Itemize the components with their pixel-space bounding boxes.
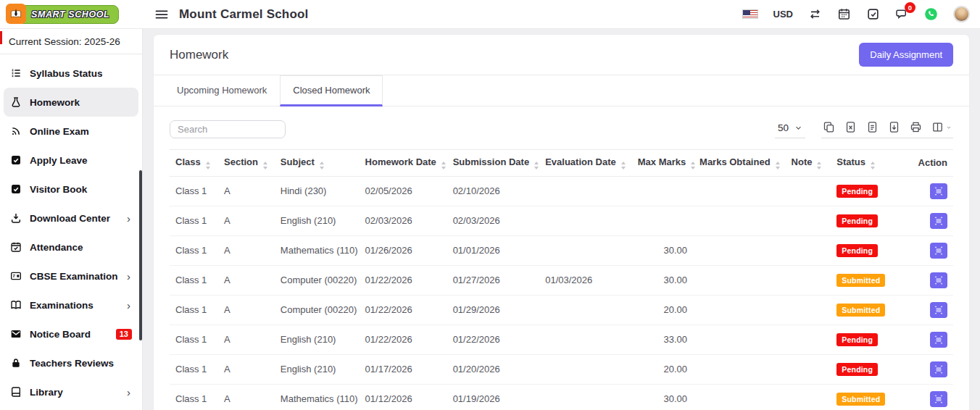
- check-square-icon: [10, 183, 22, 195]
- main-area: Homework Daily Assignment Upcoming Homew…: [143, 29, 980, 410]
- column-header-marks-obtained[interactable]: Marks Obtained: [693, 150, 786, 177]
- cell-status: Submitted: [831, 265, 895, 295]
- column-header-homework-date[interactable]: Homework Date: [360, 150, 447, 177]
- sidebar-item-attendance[interactable]: Attendance: [4, 233, 138, 262]
- column-header-class[interactable]: Class: [170, 150, 218, 177]
- lock-icon: [10, 357, 22, 369]
- column-header-status[interactable]: Status: [831, 150, 895, 177]
- cell-status: Pending: [831, 206, 895, 235]
- cell-max-marks: 30.00: [632, 235, 693, 265]
- sidebar-item-online-exam[interactable]: Online Exam: [4, 117, 138, 146]
- column-header-section[interactable]: Section: [218, 150, 275, 177]
- tab-closed-homework[interactable]: Closed Homework: [280, 75, 383, 106]
- daily-assignment-button[interactable]: Daily Assignment: [859, 43, 953, 67]
- cell-subject: Mathematics (110): [275, 235, 360, 265]
- homework-card: Homework Daily Assignment Upcoming Homew…: [154, 35, 969, 410]
- user-avatar[interactable]: [953, 6, 970, 22]
- sidebar-item-download-center[interactable]: Download Center›: [4, 204, 138, 233]
- row-action-button[interactable]: [930, 302, 947, 318]
- cell-note: [786, 354, 831, 384]
- sidebar-item-library[interactable]: Library›: [4, 377, 138, 406]
- tab-bar: Upcoming Homework Closed Homework: [154, 75, 969, 106]
- sidebar: Current Session: 2025-26 Syllabus Status…: [0, 29, 143, 410]
- cell-section: A: [218, 235, 275, 265]
- menu-toggle-icon[interactable]: [154, 7, 169, 22]
- cell-section: A: [218, 384, 275, 410]
- chevron-right-icon: ›: [127, 271, 132, 282]
- rss-icon: [10, 125, 22, 137]
- cell-evaluation-date: [539, 235, 632, 265]
- school-name: Mount Carmel School: [179, 7, 309, 22]
- cell-status: Submitted: [831, 384, 895, 410]
- cell-marks-obtained: [693, 176, 786, 206]
- search-input[interactable]: [170, 120, 286, 138]
- row-action-button[interactable]: [930, 391, 947, 407]
- language-flag-icon[interactable]: [742, 9, 758, 19]
- sort-icon: [534, 162, 539, 170]
- status-badge: Pending: [836, 363, 878, 376]
- row-action-button[interactable]: [930, 183, 947, 199]
- cell-homework-date: 01/12/2026: [360, 384, 447, 410]
- page-size-select[interactable]: 50: [775, 121, 805, 138]
- current-session: Current Session: 2025-26: [0, 29, 142, 54]
- column-header-subject[interactable]: Subject: [275, 150, 360, 177]
- tab-upcoming-homework[interactable]: Upcoming Homework: [164, 75, 280, 106]
- sidebar-item-apply-leave[interactable]: Apply Leave: [4, 146, 138, 175]
- cell-action: [895, 235, 953, 265]
- sidebar-item-examinations[interactable]: Examinations›: [4, 290, 138, 319]
- column-header-max-marks[interactable]: Max Marks: [632, 150, 693, 177]
- cell-max-marks: 20.00: [632, 354, 693, 384]
- sidebar-item-syllabus-status[interactable]: Syllabus Status: [4, 59, 138, 88]
- cell-evaluation-date: [539, 384, 632, 410]
- currency-selector[interactable]: USD: [773, 9, 793, 20]
- column-header-note[interactable]: Note: [786, 150, 831, 177]
- cell-marks-obtained: [693, 354, 786, 384]
- app-logo[interactable]: SMART SCHOOL: [7, 4, 119, 24]
- book-open-icon: [10, 299, 22, 311]
- row-action-button[interactable]: [930, 332, 947, 348]
- sidebar-item-homework[interactable]: Homework: [4, 88, 138, 117]
- sidebar-scrollbar[interactable]: [139, 170, 142, 340]
- column-header-evaluation-date[interactable]: Evaluation Date: [539, 150, 632, 177]
- cell-submission-date: 01/01/2026: [447, 235, 540, 265]
- row-action-button[interactable]: [930, 361, 947, 377]
- cell-action: [895, 176, 953, 206]
- pdf-icon[interactable]: [888, 121, 900, 133]
- sort-icon: [691, 162, 695, 170]
- print-icon[interactable]: [910, 121, 922, 133]
- excel-icon[interactable]: [844, 121, 857, 133]
- cell-submission-date: 01/19/2026: [447, 384, 540, 410]
- sidebar-nav: Syllabus StatusHomeworkOnline ExamApply …: [0, 54, 142, 406]
- transfer-icon[interactable]: [808, 7, 822, 21]
- cell-homework-date: 02/05/2026: [360, 176, 447, 206]
- sort-icon: [320, 162, 324, 170]
- envelope-icon: [10, 328, 22, 340]
- download-icon: [10, 212, 22, 224]
- cell-subject: English (210): [275, 206, 360, 235]
- table-row: Class 1 A English (210) 01/17/2026 01/20…: [170, 354, 953, 384]
- whatsapp-icon[interactable]: [924, 7, 938, 21]
- cell-note: [786, 265, 831, 295]
- sidebar-item-teachers-reviews[interactable]: Teachers Reviews: [4, 348, 138, 377]
- columns-icon[interactable]: [931, 121, 952, 133]
- task-check-icon[interactable]: [866, 7, 880, 21]
- calendar-icon[interactable]: [837, 7, 851, 21]
- sidebar-item-notice-board[interactable]: Notice Board13: [4, 319, 138, 348]
- cell-homework-date: 01/22/2026: [360, 295, 447, 325]
- copy-icon[interactable]: [823, 121, 835, 133]
- csv-icon[interactable]: [866, 121, 879, 133]
- row-action-button[interactable]: [930, 243, 947, 259]
- sort-icon: [441, 162, 446, 170]
- row-action-button[interactable]: [930, 272, 947, 288]
- sidebar-item-visitor-book[interactable]: Visitor Book: [4, 175, 138, 204]
- calendar-check-icon: [10, 241, 22, 253]
- cell-status: Submitted: [831, 295, 895, 325]
- sidebar-item-label: Online Exam: [30, 126, 89, 137]
- sidebar-item-cbse-examination[interactable]: CBSE Examination›: [4, 262, 138, 290]
- column-header-submission-date[interactable]: Submission Date: [447, 150, 540, 177]
- chat-icon[interactable]: 0: [895, 7, 909, 21]
- logo-zone: SMART SCHOOL: [7, 4, 143, 24]
- row-action-button[interactable]: [930, 213, 947, 229]
- sidebar-item-label: Syllabus Status: [30, 68, 103, 79]
- cell-max-marks: 30.00: [632, 384, 693, 410]
